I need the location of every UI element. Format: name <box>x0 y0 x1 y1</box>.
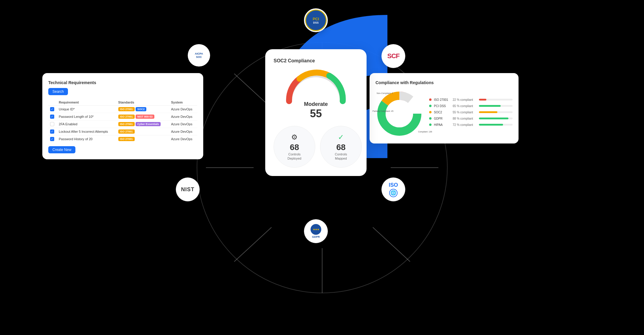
row-checkbox-cell[interactable]: ✓ <box>48 113 57 121</box>
scf-badge-text: SCF <box>387 52 400 60</box>
row-checkbox-cell[interactable]: ✓ <box>48 106 57 113</box>
system-col-header: System <box>169 99 197 106</box>
row-checkbox-cell[interactable] <box>48 121 57 128</box>
row-standards: ISO 27001NIST 800-53 <box>117 113 169 121</box>
checkbox-col <box>48 99 57 106</box>
gauge-label: Moderate 55 <box>304 101 328 120</box>
legend-name: HIPAA <box>434 123 450 126</box>
legend-bar-bg <box>479 99 513 101</box>
row-checkbox-cell[interactable]: ✓ <box>48 135 57 143</box>
row-requirement: 2FA Enabled <box>57 121 116 128</box>
row-requirement: Password History of 20 <box>57 135 116 143</box>
legend-bar-fill <box>479 118 508 119</box>
row-system: Azure DevOps <box>169 135 197 143</box>
nist-badge-text: NIST <box>181 186 194 193</box>
legend-bar-fill <box>479 105 501 107</box>
soc2-compliance-card: SOC2 Compliance Moderate 55 ⚙ 68 Control… <box>265 49 367 176</box>
donut-label-compliant: Compliant: 136 <box>418 131 432 133</box>
create-new-button[interactable]: Create New <box>48 146 75 153</box>
standards-col-header: Standards <box>117 99 169 106</box>
standard-tag: ISO 27001 <box>118 137 135 141</box>
row-standards: ISO 27001 <box>117 135 169 143</box>
legend-dot <box>429 105 432 107</box>
iso-badge-text: ISO <box>389 182 398 188</box>
scf-badge: SCF <box>381 44 405 68</box>
legend-bar-fill <box>479 124 503 126</box>
requirements-table: Requirement Standards System ✓Unique ID*… <box>48 99 197 143</box>
legend-pct: 22 % compliant <box>453 98 477 101</box>
compliance-content: Non-Compliant: 7 Partially Compliant: 45… <box>375 90 513 138</box>
legend-name: PCI DSS <box>434 104 450 108</box>
gauge-svg <box>283 68 349 104</box>
controls-mapped-label: ControlsMapped <box>335 152 347 161</box>
technical-requirements-card: Technical Requirements Search Requiremen… <box>42 73 203 159</box>
legend-pct: 55 % compliant <box>453 111 477 114</box>
controls-row: ⚙ 68 ControlsDeployed ✓ 68 ControlsMappe… <box>274 126 358 168</box>
tech-card-title: Technical Requirements <box>48 80 197 85</box>
legend-bar-bg <box>479 124 513 126</box>
table-row: ✓Password Length of 10*ISO 27001NIST 800… <box>48 113 197 121</box>
gdpr-badge: ★★★ GDPR <box>304 219 328 243</box>
row-requirement: Lockout After 5 Incorrect Attempts <box>57 128 116 135</box>
legend-pct: 88 % compliant <box>453 117 477 120</box>
donut-chart: Non-Compliant: 7 Partially Compliant: 45… <box>375 90 423 138</box>
legend-pct: 72 % compliant <box>453 123 477 126</box>
gauge-score: 55 <box>304 107 328 120</box>
row-standards: ISO 27001 <box>117 128 169 135</box>
iso-badge: ISO 🌐 <box>381 177 405 201</box>
aicpa-badge-text: AICPA SOC <box>195 52 203 59</box>
controls-mapped-number: 68 <box>336 143 345 152</box>
legend-dot <box>429 111 432 113</box>
standard-tag: ISO 27001 <box>118 129 135 134</box>
donut-label-non-compliant: Non-Compliant: 7 <box>377 92 393 94</box>
row-standards: ISO 27001SOC2 <box>117 106 169 113</box>
legend-item: ISO 2700122 % compliant <box>429 98 513 101</box>
controls-deployed-number: 68 <box>290 143 299 152</box>
donut-svg <box>375 90 423 138</box>
legend-item: GDPR88 % compliant <box>429 117 513 120</box>
compliance-card: Compliance with Regulations Non-Complian… <box>370 73 519 143</box>
gdpr-badge-text: GDPR <box>312 235 320 238</box>
legend-name: SOC2 <box>434 111 450 114</box>
requirement-col-header: Requirement <box>57 99 116 106</box>
legend-pct: 65 % compliant <box>453 104 477 108</box>
controls-deployed-icon: ⚙ <box>291 133 298 141</box>
row-checkbox-cell[interactable]: ✓ <box>48 128 57 135</box>
table-row: 2FA EnabledISO 27001Cyber EssentialsAzur… <box>48 121 197 128</box>
legend-dot <box>429 117 432 120</box>
row-standards: ISO 27001Cyber Essentials <box>117 121 169 128</box>
compliance-legend: ISO 2700122 % compliantPCI DSS65 % compl… <box>429 98 513 129</box>
controls-mapped-circle: ✓ 68 ControlsMapped <box>320 126 362 168</box>
row-requirement: Unique ID* <box>57 106 116 113</box>
row-system: Azure DevOps <box>169 113 197 121</box>
legend-dot <box>429 123 432 126</box>
legend-bar-fill <box>479 111 497 113</box>
legend-bar-bg <box>479 118 513 119</box>
checkbox-checked[interactable]: ✓ <box>50 115 54 119</box>
checkbox-checked[interactable]: ✓ <box>50 107 54 111</box>
svg-point-13 <box>386 100 413 127</box>
row-system: Azure DevOps <box>169 106 197 113</box>
legend-bar-bg <box>479 105 513 107</box>
legend-item: PCI DSS65 % compliant <box>429 104 513 108</box>
controls-mapped-icon: ✓ <box>338 133 344 141</box>
row-system: Azure DevOps <box>169 121 197 128</box>
gauge-container: Moderate 55 <box>274 68 358 120</box>
gauge-moderate-text: Moderate <box>304 101 328 107</box>
pci-dss-badge: PCI DSS <box>304 8 328 32</box>
donut-label-partial: Partially Compliant: 45 <box>373 110 393 112</box>
legend-item: SOC255 % compliant <box>429 111 513 114</box>
standard-tag: Cyber Essentials <box>136 122 161 126</box>
checkbox-checked[interactable]: ✓ <box>50 137 54 141</box>
checkbox-checked[interactable]: ✓ <box>50 129 54 134</box>
standard-tag: ISO 27001 <box>118 122 135 126</box>
aicpa-badge: AICPA SOC <box>188 44 210 67</box>
legend-name: GDPR <box>434 117 450 120</box>
search-button[interactable]: Search <box>48 88 68 95</box>
checkbox-unchecked[interactable] <box>50 122 54 126</box>
standard-tag: ISO 27001 <box>118 107 135 111</box>
standard-tag: ISO 27001 <box>118 115 135 119</box>
controls-deployed-label: ControlsDeployed <box>288 152 301 161</box>
soc2-card-title: SOC2 Compliance <box>274 58 358 64</box>
legend-bar-bg <box>479 111 513 113</box>
